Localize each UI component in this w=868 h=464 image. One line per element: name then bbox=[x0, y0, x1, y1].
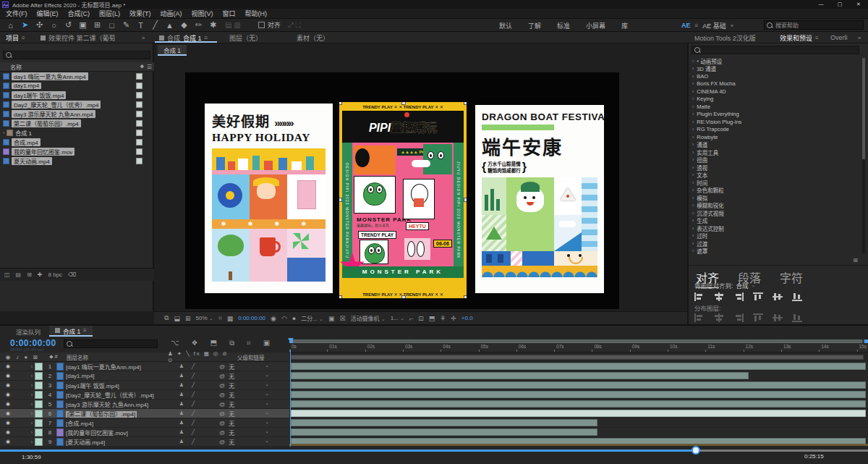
layer-color-chip[interactable] bbox=[35, 363, 43, 371]
layer-color-chip[interactable] bbox=[35, 438, 43, 446]
shy-switch-icon[interactable]: ♟ bbox=[176, 420, 187, 426]
eye-icon[interactable]: ◉ bbox=[0, 373, 16, 379]
quality-switch-icon[interactable]: ╱ bbox=[187, 429, 199, 435]
clone-stamp-tool-icon[interactable]: ▲ bbox=[165, 21, 174, 30]
tab-render-queue[interactable]: 渲染队列 bbox=[10, 326, 46, 337]
workspace-了解[interactable]: 了解 bbox=[528, 21, 541, 30]
quality-switch-icon[interactable]: ╱ bbox=[187, 410, 199, 416]
effects-category[interactable]: ›Boris FX Mocha bbox=[689, 80, 859, 88]
video-progress-bar[interactable] bbox=[0, 450, 868, 452]
eye-icon[interactable]: ◉ bbox=[0, 429, 16, 435]
label-color-chip[interactable] bbox=[136, 148, 142, 155]
tab-timeline-comp[interactable]: 合成 1 ≡ bbox=[49, 326, 93, 337]
project-item[interactable]: day3 游乐摩天轮 九鱼Ann.mp4 bbox=[0, 109, 153, 119]
layer-color-chip[interactable] bbox=[35, 419, 43, 427]
expand-caret-icon[interactable]: › bbox=[692, 157, 694, 162]
region-of-interest-icon[interactable]: ▦ bbox=[227, 315, 234, 322]
expander-icon[interactable]: › bbox=[16, 402, 35, 407]
timeline-ruler[interactable]: 0s01s02s03s04s05s06s07s08s09s10s11s12s13… bbox=[289, 343, 868, 353]
expand-caret-icon[interactable]: › bbox=[692, 195, 694, 201]
label-color-chip[interactable] bbox=[136, 120, 142, 127]
expand-caret-icon[interactable]: › bbox=[692, 127, 694, 132]
layer-color-chip[interactable] bbox=[35, 410, 43, 418]
tab-overflow-left[interactable]: » bbox=[142, 32, 145, 43]
expand-caret-icon[interactable]: › bbox=[692, 180, 694, 185]
expander-icon[interactable]: › bbox=[16, 374, 35, 379]
effects-category[interactable]: ›文本 bbox=[689, 172, 859, 180]
expand-caret-icon[interactable]: › bbox=[692, 187, 694, 193]
menu-item[interactable]: 文件(F) bbox=[6, 9, 27, 18]
tab-effect-controls[interactable]: 效果控件 第二课（葡萄 bbox=[41, 32, 116, 43]
parent-dropdown[interactable]: 无⌄ bbox=[229, 400, 269, 408]
motion-blur-icon[interactable]: ⌗ bbox=[247, 339, 251, 347]
effects-category[interactable]: ›生成 bbox=[689, 217, 859, 225]
label-color-chip[interactable] bbox=[136, 83, 142, 89]
align-tab-2[interactable]: 字符 bbox=[780, 269, 803, 288]
parent-dropdown[interactable]: 无⌄ bbox=[229, 429, 269, 436]
effects-category[interactable]: ›RE:Vision Plug-ins bbox=[689, 118, 859, 126]
show-snapshot-icon[interactable]: ◠ bbox=[281, 315, 287, 322]
effects-category[interactable]: ›杂色和颗粒 bbox=[689, 187, 859, 195]
distribute-bottom-icon[interactable] bbox=[733, 312, 744, 325]
layer-color-chip[interactable] bbox=[35, 381, 43, 389]
effects-category[interactable]: ›Rowbyte bbox=[689, 133, 859, 141]
effects-category[interactable]: ›RG Trapcode bbox=[689, 126, 859, 134]
timeline-layer-row[interactable]: ◉›9[夏天动画.mp4]♟╱@无⌄ bbox=[0, 437, 289, 447]
expander-icon[interactable]: › bbox=[16, 430, 35, 435]
effects-category[interactable]: ›CINEMA 4D bbox=[689, 88, 859, 96]
magnification-icon[interactable]: ⧉ bbox=[164, 314, 169, 322]
align-to-caret-icon[interactable]: ⌄ bbox=[751, 282, 755, 288]
effects-category[interactable]: ›沉浸式视频 bbox=[689, 209, 859, 217]
shy-switch-icon[interactable]: ♟ bbox=[176, 410, 187, 416]
shy-switch-icon[interactable]: ♟ bbox=[176, 439, 187, 444]
expand-caret-icon[interactable]: › bbox=[692, 248, 694, 253]
expand-caret-icon[interactable]: › bbox=[692, 111, 694, 117]
distribute-right-icon[interactable] bbox=[792, 312, 802, 325]
tab-project[interactable]: 项目≡ bbox=[6, 32, 25, 43]
workspace-标准[interactable]: 标准 bbox=[557, 21, 570, 30]
layer-duration-bar[interactable] bbox=[291, 372, 749, 379]
pickwhip-icon[interactable]: @ bbox=[219, 429, 225, 436]
pickwhip-icon[interactable]: @ bbox=[219, 363, 225, 370]
video-progress-knob[interactable] bbox=[692, 446, 700, 455]
parent-dropdown[interactable]: 无⌄ bbox=[229, 381, 269, 389]
adjust-icon[interactable]: ✚ bbox=[38, 271, 43, 278]
parent-link-cell[interactable]: @无⌄ bbox=[219, 381, 269, 389]
timeline-layer-row[interactable]: ◉›2[day1.mp4]♟╱@无⌄ bbox=[0, 371, 289, 381]
playhead-handle[interactable] bbox=[288, 343, 294, 350]
viewer-timecode[interactable]: 0:00:00:00 bbox=[238, 315, 265, 321]
align-left-icon[interactable] bbox=[694, 291, 705, 304]
effects-category[interactable]: ›3D 通道 bbox=[689, 65, 859, 73]
label-color-chip[interactable] bbox=[136, 139, 142, 145]
label-color-chip[interactable] bbox=[136, 101, 142, 108]
workspace-库[interactable]: 库 bbox=[621, 21, 628, 30]
expand-caret-icon[interactable]: › bbox=[692, 135, 694, 140]
tab-motion-tools[interactable]: Motion Tools 2汉化版 bbox=[694, 32, 756, 43]
timeline-layer-row[interactable]: ◉›5[day3 游乐摩天轮 九鱼Ann.mp4]♟╱@无⌄ bbox=[0, 400, 289, 409]
pickwhip-icon[interactable]: @ bbox=[219, 401, 225, 408]
parent-link-cell[interactable]: @无⌄ bbox=[219, 363, 269, 371]
interpret-footage-icon[interactable]: ◫ bbox=[4, 271, 10, 278]
view-layout-dropdown[interactable]: 1... ⌄ bbox=[391, 315, 404, 321]
composition-canvas[interactable]: 美好假期 »»»» HAPPY HOLIDAY ✽ ✽ ✽ ✽ ✽ ✽ bbox=[185, 72, 619, 309]
timeline-layer-row[interactable]: ◉›7[合成.mp4]♟╱@无⌄ bbox=[0, 418, 289, 428]
quality-switch-icon[interactable]: ╱ bbox=[187, 401, 199, 407]
effects-category[interactable]: ›模糊和锐化 bbox=[689, 202, 859, 210]
expander-icon[interactable]: › bbox=[16, 383, 35, 388]
effects-category[interactable]: ›时间 bbox=[689, 179, 859, 187]
home-tool-icon[interactable]: ⌂ bbox=[6, 21, 15, 30]
tab-layer[interactable]: 图层（无） bbox=[229, 32, 262, 43]
effects-category[interactable]: ›通道 bbox=[689, 141, 859, 149]
expander-icon[interactable]: › bbox=[3, 130, 4, 135]
new-composition-icon[interactable]: ⊞ bbox=[27, 271, 32, 278]
quality-switch-icon[interactable]: ╱ bbox=[187, 392, 199, 397]
timeline-layer-row[interactable]: ◉›4[Day2_摩天轮_雪儿（优秀）.mp4]♟╱@无⌄ bbox=[0, 390, 289, 400]
align-bottom-icon[interactable] bbox=[792, 291, 802, 304]
type-tool-icon[interactable]: T bbox=[136, 21, 145, 30]
quality-switch-icon[interactable]: ╱ bbox=[187, 382, 199, 388]
shy-switch-icon[interactable]: ♟ bbox=[176, 429, 187, 435]
project-item[interactable]: 夏天动画.mp4 bbox=[0, 156, 153, 166]
pickwhip-icon[interactable]: @ bbox=[219, 410, 225, 417]
effects-category[interactable]: ›Matte bbox=[689, 103, 859, 111]
flowchart-icon[interactable]: ⚘ bbox=[440, 315, 446, 322]
